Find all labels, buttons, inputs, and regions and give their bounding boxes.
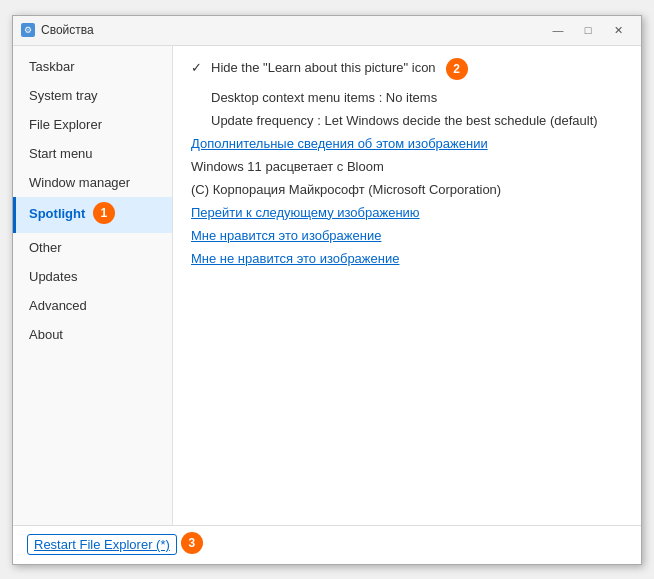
title-bar: ⚙ Свойства — □ ✕ (13, 16, 641, 46)
sidebar-item-system-tray[interactable]: System tray (13, 81, 172, 110)
restart-explorer-button[interactable]: Restart File Explorer (*) (27, 534, 177, 555)
title-bar-left: ⚙ Свойства (21, 23, 94, 37)
window-controls: — □ ✕ (543, 18, 633, 42)
window-title: Свойства (41, 23, 94, 37)
static-copyright-text: (C) Корпорация Майкрософт (Microsoft Cor… (191, 182, 623, 197)
sidebar-item-advanced[interactable]: Advanced (13, 291, 172, 320)
option-update-freq-row: Update frequency : Let Windows decide th… (191, 113, 623, 128)
footer: Restart File Explorer (*) 3 (13, 525, 641, 564)
sidebar-item-window-manager[interactable]: Window manager (13, 168, 172, 197)
sidebar-item-start-menu[interactable]: Start menu (13, 139, 172, 168)
option-context-menu-row: Desktop context menu items : No items (191, 90, 623, 105)
sidebar-item-other[interactable]: Other (13, 233, 172, 262)
link-dislike-image[interactable]: Мне не нравится это изображение (191, 251, 623, 266)
static-windows11-text: Windows 11 расцветает с Bloom (191, 159, 623, 174)
sidebar-item-spotlight[interactable]: Spotlight 1 (13, 197, 172, 233)
app-icon: ⚙ (21, 23, 35, 37)
link-next-image[interactable]: Перейти к следующему изображению (191, 205, 623, 220)
sidebar-item-updates[interactable]: Updates (13, 262, 172, 291)
hide-icon-badge: 2 (446, 58, 468, 80)
option-hide-icon-label: Hide the "Learn about this picture" icon (211, 60, 436, 75)
link-like-image[interactable]: Мне нравится это изображение (191, 228, 623, 243)
sidebar-item-about[interactable]: About (13, 320, 172, 349)
link-more-info[interactable]: Дополнительные сведения об этом изображе… (191, 136, 623, 151)
close-button[interactable]: ✕ (603, 18, 633, 42)
minimize-button[interactable]: — (543, 18, 573, 42)
sidebar-item-taskbar[interactable]: Taskbar (13, 52, 172, 81)
sidebar-item-file-explorer[interactable]: File Explorer (13, 110, 172, 139)
footer-badge: 3 (181, 532, 203, 554)
spotlight-badge: 1 (93, 202, 115, 224)
app-window: ⚙ Свойства — □ ✕ Taskbar System tray Fil… (12, 15, 642, 565)
checkmark-icon: ✓ (191, 60, 205, 75)
option-update-freq-label: Update frequency : Let Windows decide th… (211, 113, 598, 128)
content-area: ✓ Hide the "Learn about this picture" ic… (173, 46, 641, 525)
option-hide-icon-row: ✓ Hide the "Learn about this picture" ic… (191, 60, 623, 82)
maximize-button[interactable]: □ (573, 18, 603, 42)
sidebar: Taskbar System tray File Explorer Start … (13, 46, 173, 525)
main-layout: Taskbar System tray File Explorer Start … (13, 46, 641, 525)
option-context-menu-label: Desktop context menu items : No items (211, 90, 437, 105)
